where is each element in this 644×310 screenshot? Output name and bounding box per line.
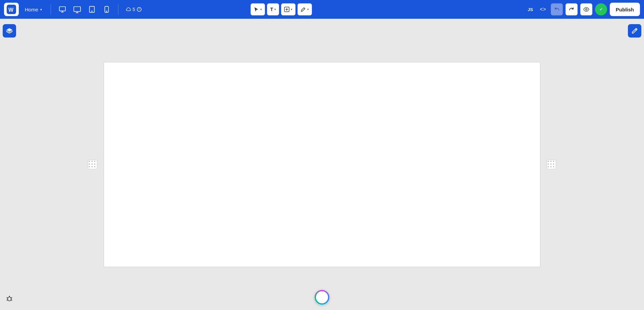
drag-dots-left — [89, 161, 96, 168]
svg-point-7 — [106, 11, 107, 12]
notification-icon: ✓ — [599, 7, 603, 12]
svg-point-12 — [9, 296, 10, 297]
device-view-group — [56, 3, 113, 15]
toolbar-tools: ▾ T ▾ ▾ ▾ — [251, 3, 312, 15]
cloud-save-button[interactable]: 5 — [124, 3, 144, 15]
publish-button[interactable]: Publish — [610, 3, 640, 16]
canvas-frame — [104, 62, 540, 267]
desktop-view-button[interactable] — [56, 3, 68, 15]
undo-button[interactable] — [551, 3, 563, 15]
properties-panel-button[interactable] — [628, 24, 641, 38]
nav-divider-2 — [118, 4, 118, 15]
layers-panel-button[interactable] — [3, 24, 16, 38]
page-name-label: Home — [25, 7, 38, 12]
code-editor-button[interactable]: <> — [538, 5, 548, 14]
left-sidebar-bottom — [3, 293, 15, 305]
svg-point-11 — [8, 297, 11, 301]
svg-text:W: W — [8, 7, 14, 13]
left-sidebar — [0, 19, 19, 310]
logo-button[interactable]: W — [4, 3, 19, 16]
nav-divider-1 — [51, 4, 51, 15]
drag-dots-right — [548, 161, 555, 168]
cloud-count: 5 — [132, 7, 135, 12]
bug-report-button[interactable] — [3, 293, 15, 305]
drag-handle-left[interactable] — [88, 160, 97, 169]
nav-right-controls: JS <> ✓ P — [526, 3, 640, 16]
notifications-button[interactable]: ✓ — [595, 3, 607, 15]
text-tool-button[interactable]: T ▾ — [267, 3, 279, 15]
tablet-view-button[interactable] — [86, 3, 98, 15]
pointer-tool-button[interactable]: ▾ — [251, 3, 265, 15]
main-area — [0, 19, 644, 310]
svg-rect-3 — [74, 7, 80, 12]
ai-assistant-button[interactable] — [315, 290, 329, 305]
monitor-view-button[interactable] — [71, 3, 83, 15]
pen-tool-button[interactable]: ▾ — [298, 3, 312, 15]
svg-rect-2 — [59, 7, 65, 11]
page-name-dropdown[interactable]: Home ▾ — [21, 5, 45, 14]
redo-button[interactable] — [566, 3, 578, 15]
ai-circle-inner — [316, 291, 328, 303]
drag-handle-right[interactable] — [547, 160, 556, 169]
navbar: W Home ▾ — [0, 0, 644, 19]
preview-button[interactable] — [580, 3, 592, 15]
js-button[interactable]: JS — [526, 6, 535, 13]
mobile-view-button[interactable] — [101, 3, 113, 15]
svg-point-10 — [585, 9, 587, 10]
add-element-button[interactable]: ▾ — [281, 3, 296, 15]
right-sidebar — [625, 19, 644, 310]
canvas-area — [19, 19, 625, 310]
svg-point-5 — [92, 11, 92, 12]
page-name-chevron-icon: ▾ — [40, 8, 42, 11]
